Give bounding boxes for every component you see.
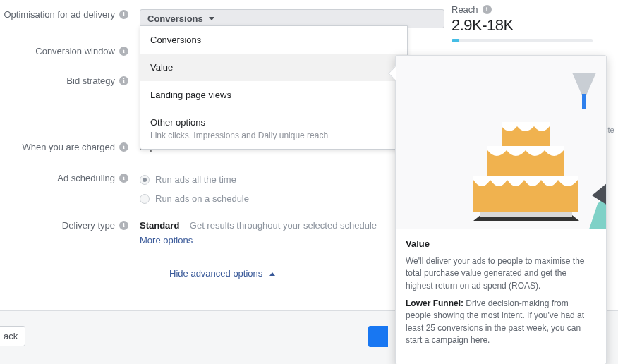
label-scheduling-text: Ad scheduling	[57, 173, 115, 183]
svg-rect-7	[582, 94, 586, 109]
label-charged-text: When you are charged	[22, 142, 115, 152]
dd-item-value[interactable]: Value	[140, 54, 407, 81]
back-button-label: ack	[4, 331, 18, 341]
svg-marker-6	[572, 73, 596, 95]
tooltip-p1: We'll deliver your ads to people to maxi…	[406, 255, 596, 292]
reach-bar-fill	[452, 39, 459, 42]
label-bid-text: Bid strategy	[66, 75, 115, 86]
toggle-advanced-label: Hide advanced options	[169, 268, 262, 279]
info-icon[interactable]: i	[483, 5, 492, 14]
reach-bar	[452, 39, 593, 42]
dd-item-other[interactable]: Other options Link clicks, Impressions a…	[140, 109, 407, 149]
dd-item-conversions-label: Conversions	[150, 35, 201, 45]
reach-label: Reach i	[452, 4, 614, 15]
label-charged: When you are charged i	[0, 140, 134, 152]
primary-button[interactable]	[368, 326, 388, 347]
caret-up-icon	[269, 272, 275, 276]
tooltip-title: Value	[406, 238, 596, 251]
dd-item-conversions[interactable]: Conversions	[140, 26, 407, 54]
reach-panel: Reach i 2.9K-18K	[452, 4, 614, 42]
label-scheduling: Ad scheduling i	[0, 171, 134, 183]
optimisation-dropdown-menu: Conversions Value Landing page views Oth…	[140, 25, 408, 150]
dd-item-other-sub: Link clicks, Impressions and Daily uniqu…	[150, 131, 397, 140]
tooltip-p2-strong: Lower Funnel:	[406, 298, 464, 308]
dd-item-value-label: Value	[150, 62, 173, 73]
dd-item-landing[interactable]: Landing page views	[140, 81, 407, 109]
back-button[interactable]: ack	[0, 326, 25, 346]
info-icon[interactable]: i	[119, 174, 128, 183]
delivery-sub: – Get results throughout your selected s…	[179, 220, 377, 231]
optimisation-dropdown-label: Conversions	[147, 13, 203, 24]
info-icon[interactable]: i	[119, 10, 128, 19]
caret-down-icon	[209, 17, 214, 20]
radio-all-time-label: Run ads all the time	[155, 174, 236, 185]
svg-rect-2	[480, 212, 572, 217]
reach-label-text: Reach	[452, 4, 478, 15]
label-conv-window: Conversion window i	[0, 44, 134, 56]
info-icon[interactable]: i	[119, 47, 128, 56]
radio-on-schedule-label: Run ads on a schedule	[155, 193, 249, 204]
tooltip-p2: Lower Funnel: Drive decision-making from…	[406, 298, 596, 347]
delivery-name: Standard	[140, 220, 179, 231]
dd-item-landing-label: Landing page views	[150, 90, 231, 100]
label-bid: Bid strategy i	[0, 73, 134, 86]
info-icon[interactable]: i	[119, 76, 128, 85]
row-scheduling: Ad scheduling i Run ads all the time Run…	[0, 171, 444, 205]
label-optimisation: Optimisation for ad delivery i	[0, 7, 134, 20]
radio-icon	[140, 194, 150, 204]
row-delivery: Delivery type i Standard – Get results t…	[0, 218, 444, 245]
tooltip-illustration	[396, 56, 606, 229]
label-delivery-text: Delivery type	[62, 220, 115, 231]
toggle-advanced[interactable]: Hide advanced options	[0, 258, 444, 289]
radio-icon	[140, 175, 150, 185]
tooltip-body: Value We'll deliver your ads to people t…	[396, 229, 606, 364]
info-icon[interactable]: i	[119, 221, 128, 230]
label-optimisation-text: Optimisation for ad delivery	[4, 9, 115, 20]
reach-value: 2.9K-18K	[452, 16, 614, 35]
value-tooltip: Value We'll deliver your ads to people t…	[395, 55, 607, 364]
svg-marker-9	[592, 183, 606, 205]
label-delivery: Delivery type i	[0, 218, 134, 231]
cake-illustration-icon	[396, 56, 606, 229]
info-icon[interactable]: i	[119, 142, 128, 152]
dd-item-other-title: Other options	[150, 117, 205, 128]
label-conv-window-text: Conversion window	[35, 46, 115, 56]
